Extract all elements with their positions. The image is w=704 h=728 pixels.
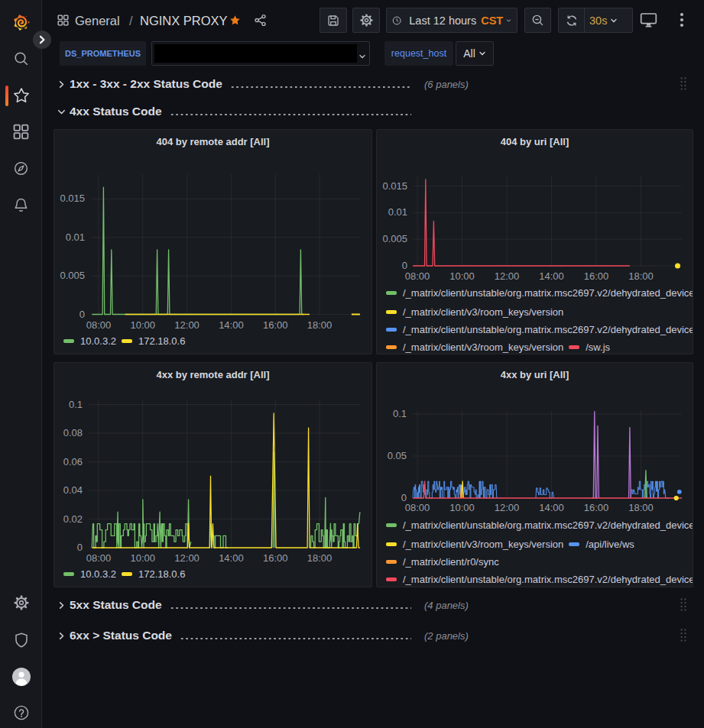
svg-text:10:00: 10:00 — [449, 502, 475, 513]
svg-text:0.015: 0.015 — [382, 180, 407, 192]
svg-text:18:00: 18:00 — [307, 319, 333, 331]
svg-text:0.02: 0.02 — [63, 513, 83, 525]
svg-text:18:00: 18:00 — [628, 502, 654, 513]
svg-text:0.08: 0.08 — [63, 427, 83, 438]
svg-text:0.05: 0.05 — [388, 450, 407, 461]
svg-text:0.015: 0.015 — [60, 193, 85, 204]
svg-text:0.04: 0.04 — [63, 484, 83, 496]
svg-text:14:00: 14:00 — [539, 502, 564, 513]
svg-text:0.01: 0.01 — [388, 206, 407, 218]
svg-text:14:00: 14:00 — [219, 552, 244, 564]
svg-text:0.005: 0.005 — [60, 270, 85, 281]
svg-text:10:00: 10:00 — [131, 319, 156, 331]
svg-text:0: 0 — [79, 309, 85, 320]
svg-text:08:00: 08:00 — [86, 319, 112, 331]
svg-text:14:00: 14:00 — [539, 270, 564, 282]
svg-text:08:00: 08:00 — [86, 552, 112, 564]
svg-text:18:00: 18:00 — [307, 552, 333, 564]
svg-text:18:00: 18:00 — [628, 270, 654, 282]
svg-text:0: 0 — [77, 542, 83, 553]
svg-text:10:00: 10:00 — [449, 270, 475, 282]
svg-text:10:00: 10:00 — [131, 552, 156, 564]
svg-text:16:00: 16:00 — [584, 502, 609, 513]
svg-text:0.1: 0.1 — [69, 399, 83, 410]
svg-text:16:00: 16:00 — [584, 270, 609, 282]
svg-text:0.01: 0.01 — [66, 231, 85, 243]
svg-text:16:00: 16:00 — [263, 319, 288, 331]
svg-text:12:00: 12:00 — [495, 502, 520, 513]
svg-text:0.06: 0.06 — [63, 456, 83, 468]
svg-text:0.005: 0.005 — [382, 233, 407, 244]
svg-text:08:00: 08:00 — [405, 502, 430, 513]
svg-text:14:00: 14:00 — [219, 319, 244, 331]
svg-text:12:00: 12:00 — [174, 552, 200, 564]
svg-text:08:00: 08:00 — [405, 270, 430, 282]
svg-text:16:00: 16:00 — [263, 552, 288, 564]
svg-text:0.1: 0.1 — [393, 408, 407, 419]
svg-text:12:00: 12:00 — [174, 319, 200, 331]
svg-text:12:00: 12:00 — [495, 270, 520, 282]
